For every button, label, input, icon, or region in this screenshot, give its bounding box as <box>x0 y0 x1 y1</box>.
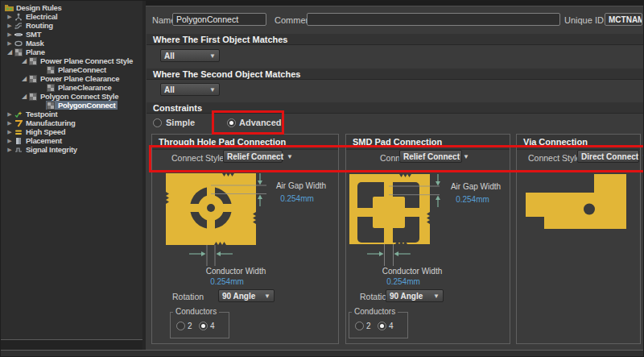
unique-id-label: Unique ID <box>564 15 604 25</box>
tree-item-label: PlaneClearance <box>58 83 112 92</box>
expand-arrow-icon[interactable]: ▶ <box>6 30 14 39</box>
top-edge-strip <box>146 1 644 6</box>
placement-icon <box>14 137 23 145</box>
expand-arrow-icon[interactable]: ▶ <box>6 12 14 21</box>
collapse-arrow-icon[interactable]: ◢ <box>20 56 28 65</box>
chevron-down-icon: ▼ <box>209 52 216 60</box>
expand-arrow-icon[interactable]: ▶ <box>6 39 14 48</box>
through-hole-rotation-dropdown[interactable]: 90 Angle ▼ <box>218 289 275 302</box>
conductors-2-radio[interactable] <box>355 322 364 330</box>
tree-item-label: PolygonConnect <box>58 101 115 110</box>
tree-item-label: Polygon Connect Style <box>40 92 118 101</box>
tree-item-label: High Speed <box>26 127 65 136</box>
routing-icon <box>14 22 23 30</box>
rotation-label: Rotation <box>172 292 204 301</box>
name-input[interactable]: PolygonConnect <box>172 13 266 26</box>
conductors-2-radio[interactable] <box>176 322 185 330</box>
rule-icon <box>29 57 38 65</box>
rule-icon <box>14 48 23 56</box>
tree-item-planeconnect[interactable]: PlaneConnect <box>1 65 142 74</box>
tree-item-power-plane-connect-style[interactable]: ◢Power Plane Connect Style <box>1 56 142 65</box>
smt-icon <box>14 31 23 39</box>
air-gap-width-label: Air Gap Width <box>451 182 501 191</box>
tree-item-label: PlaneConnect <box>58 65 106 74</box>
conductors-4-radio[interactable] <box>378 322 386 330</box>
conductor-width-label: Conductor Width <box>382 267 442 276</box>
collapse-arrow-icon[interactable]: ◢ <box>6 48 14 56</box>
second-object-matches-dropdown[interactable]: All ▼ <box>160 83 220 96</box>
rule-icon <box>47 66 56 74</box>
chevron-down-icon: ▼ <box>264 293 270 300</box>
chevron-down-icon: ▼ <box>433 293 440 300</box>
second-object-matches-header: Where The Second Object Matches <box>147 68 643 80</box>
conductor-width-value: 0.254mm <box>210 277 244 286</box>
conductor-width-value: 0.254mm <box>386 277 420 286</box>
first-object-matches-dropdown[interactable]: All ▼ <box>160 49 220 62</box>
tree-item-signal-integrity[interactable]: ▶Signal Integrity <box>1 145 142 154</box>
tree-panel-footer <box>1 340 142 350</box>
air-gap-width-value: 0.254mm <box>456 195 489 204</box>
tree-item-planeclearance[interactable]: PlaneClearance <box>1 83 142 92</box>
tree-item-testpoint[interactable]: ▶Testpoint <box>1 110 142 118</box>
tree-item-label: Testpoint <box>26 110 57 118</box>
tree-item-label: Power Plane Connect Style <box>40 56 133 65</box>
tree-item-mask[interactable]: ▶Mask <box>1 39 142 48</box>
dropdown-value: 90 Angle <box>222 292 255 301</box>
unique-id-input[interactable]: MCTNAMFK <box>605 13 642 26</box>
expand-arrow-icon[interactable]: ▶ <box>6 136 14 145</box>
tree-item-polygon-connect-style[interactable]: ◢Polygon Connect Style <box>1 92 142 101</box>
manufacturing-icon <box>14 119 23 127</box>
annotation-advanced-box <box>212 110 284 135</box>
rule-icon <box>47 84 56 92</box>
rule-icon <box>47 102 56 110</box>
panel-divider[interactable] <box>142 1 146 350</box>
smd-rotation-dropdown[interactable]: 90 Angle ▼ <box>386 289 444 302</box>
tree-item-label: Design Rules <box>16 3 62 12</box>
expand-arrow-icon[interactable]: ▶ <box>6 127 14 136</box>
tree-item-label: Placement <box>26 136 62 145</box>
tree-item-plane[interactable]: ◢Plane <box>1 48 142 56</box>
comment-input[interactable] <box>307 13 560 26</box>
tree-item-polygonconnect[interactable]: PolygonConnect <box>1 101 142 110</box>
expand-arrow-icon[interactable]: ▶ <box>6 21 14 30</box>
dropdown-value: 90 Angle <box>390 292 423 301</box>
highspeed-icon <box>14 128 23 136</box>
chevron-down-icon: ▼ <box>209 86 216 93</box>
tree-item-manufacturing[interactable]: ▶Manufacturing <box>1 118 142 127</box>
tree-item-placement[interactable]: ▶Placement <box>1 136 142 145</box>
annotation-connect-style-box <box>149 145 644 172</box>
tree-item-electrical[interactable]: ▶Electrical <box>1 12 142 21</box>
first-object-matches-header: Where The First Object Matches <box>147 34 643 45</box>
rule-icon <box>29 93 38 101</box>
through-hole-pad-preview-diagram: Air Gap Width 0.254mm Conductor Width 0.… <box>154 167 337 288</box>
simple-radio[interactable] <box>153 118 162 127</box>
folder-icon <box>5 4 14 12</box>
bottom-edge-strip <box>1 350 644 357</box>
signal-icon <box>14 146 23 154</box>
dropdown-value: All <box>164 52 175 60</box>
collapse-arrow-icon[interactable]: ◢ <box>20 74 28 83</box>
conductors-label: Conductors <box>352 307 398 316</box>
tree-item-label: Power Plane Clearance <box>40 74 119 83</box>
tree-item-smt[interactable]: ▶SMT <box>1 30 142 39</box>
expand-arrow-icon[interactable]: ▶ <box>6 118 14 127</box>
tree-item-design-rules[interactable]: Design Rules <box>1 3 142 12</box>
dropdown-value: All <box>164 85 175 94</box>
expand-arrow-icon[interactable]: ▶ <box>6 145 14 154</box>
rule-icon <box>29 75 38 83</box>
tree-item-label: Plane <box>26 48 45 56</box>
tree-item-label: SMT <box>26 30 41 39</box>
conductors-4-radio[interactable] <box>199 322 208 330</box>
tree-item-label: Mask <box>26 39 44 48</box>
tree-item-power-plane-clearance[interactable]: ◢Power Plane Clearance <box>1 74 142 83</box>
testpoint-icon <box>14 110 23 118</box>
conductors-label: Conductors <box>173 307 219 316</box>
collapse-arrow-icon[interactable]: ◢ <box>20 92 28 101</box>
tree-item-label: Routing <box>26 21 53 30</box>
tree-item-high-speed[interactable]: ▶High Speed <box>1 127 142 136</box>
tree-item-routing[interactable]: ▶Routing <box>1 21 142 30</box>
air-gap-width-value: 0.254mm <box>280 194 314 203</box>
mask-icon <box>14 39 23 48</box>
conductors-4-label: 4 <box>210 322 215 330</box>
expand-arrow-icon[interactable]: ▶ <box>6 110 14 118</box>
